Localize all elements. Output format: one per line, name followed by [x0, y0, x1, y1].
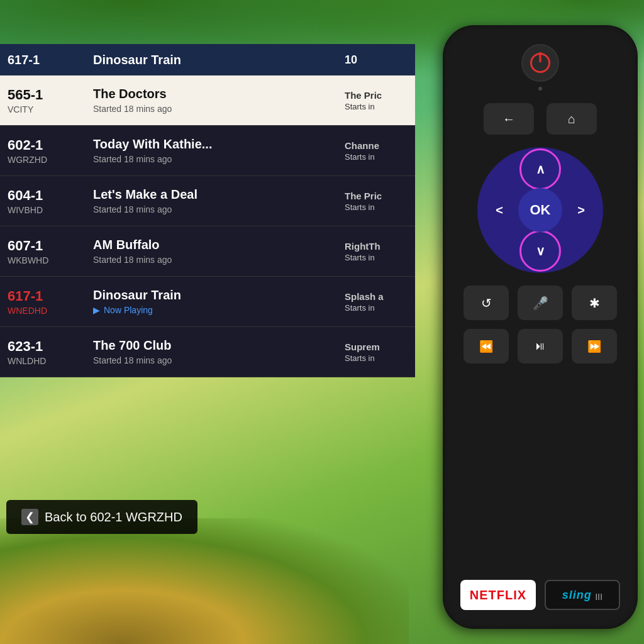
mic-button[interactable]: 🎤 [518, 286, 563, 320]
star-button[interactable]: ✱ [572, 286, 617, 320]
dpad-left-icon: < [496, 203, 503, 218]
fastforward-icon: ⏩ [587, 340, 601, 353]
show-main-617: Dinosaur Train ▶ Now Playing [88, 277, 340, 326]
channel-num-602: 602-1 [8, 137, 80, 153]
dpad-left-button[interactable]: < [480, 191, 518, 229]
next-sub-617: Starts in [345, 303, 410, 313]
background-bottom [0, 518, 409, 644]
home-button[interactable]: ⌂ [547, 103, 597, 135]
channel-name-623: WNLDHD [8, 356, 80, 366]
rewind-button[interactable]: ⏪ [464, 329, 509, 364]
power-icon [530, 53, 550, 73]
netflix-button[interactable]: NETFLIX [460, 580, 536, 610]
star-icon: ✱ [589, 296, 600, 311]
show-title-607: AM Buffalo [93, 238, 335, 252]
dpad-right-icon: > [577, 203, 585, 218]
show-sub-617: ▶ Now Playing [93, 305, 335, 315]
show-next-565: The Pric Starts in [340, 75, 415, 125]
guide-header: 617-1 Dinosaur Train 10 [0, 44, 415, 75]
next-title-565: The Pric [345, 90, 410, 101]
playpause-button[interactable]: ⏯ [518, 329, 563, 364]
back-nav-icon: ← [502, 112, 515, 126]
guide-row-604[interactable]: 604-1 WIVBHD Let's Make a Deal Started 1… [0, 176, 415, 226]
show-title-565: The Doctors [93, 87, 335, 101]
show-next-604: The Pric Starts in [340, 176, 415, 226]
channel-num-617: 617-1 [8, 288, 80, 304]
channel-565: 565-1 VCITY [0, 75, 88, 125]
guide-row-623[interactable]: 623-1 WNLDHD The 700 Club Started 18 min… [0, 327, 415, 377]
nav-row: ← ⌂ [484, 103, 597, 135]
show-title-604: Let's Make a Deal [93, 187, 335, 202]
dpad-up-button[interactable]: ∧ [521, 150, 559, 188]
home-icon: ⌂ [568, 112, 575, 126]
channel-name-607: WKBWHD [8, 255, 80, 265]
sling-label: sling ||| [562, 589, 602, 602]
power-button[interactable] [521, 44, 559, 82]
mic-icon: 🎤 [533, 296, 548, 311]
fastforward-button[interactable]: ⏩ [572, 329, 617, 364]
guide-row-602[interactable]: 602-1 WGRZHD Today With Kathie... Starte… [0, 126, 415, 176]
show-sub-604: Started 18 mins ago [93, 204, 335, 214]
dpad-down-icon: ∨ [536, 243, 545, 258]
show-title-617: Dinosaur Train [93, 288, 335, 303]
show-main-565: The Doctors Started 18 mins ago [88, 75, 340, 125]
guide-header-title: Dinosaur Train [88, 53, 340, 67]
show-main-604: Let's Make a Deal Started 18 mins ago [88, 176, 340, 226]
next-title-602: Channe [345, 140, 410, 151]
channel-607: 607-1 WKBWHD [0, 226, 88, 276]
channel-name-604: WIVBHD [8, 205, 80, 215]
back-nav-button[interactable]: ← [484, 103, 534, 135]
next-sub-602: Starts in [345, 152, 410, 162]
rewind-icon: ⏪ [479, 340, 493, 353]
channel-num-565: 565-1 [8, 87, 80, 103]
back-button-label: Back to 602-1 WGRZHD [45, 510, 182, 525]
channel-num-604: 604-1 [8, 187, 80, 204]
channel-name-565: VCITY [8, 104, 80, 114]
show-next-623: Suprem Starts in [340, 327, 415, 377]
guide-row-617[interactable]: 617-1 WNEDHD Dinosaur Train ▶ Now Playin… [0, 277, 415, 327]
show-next-607: RightTh Starts in [340, 226, 415, 276]
playpause-icon: ⏯ [535, 340, 546, 353]
channel-name-602: WGRZHD [8, 155, 80, 165]
show-main-623: The 700 Club Started 18 mins ago [88, 327, 340, 377]
channel-num-607: 607-1 [8, 238, 80, 254]
show-title-602: Today With Kathie... [93, 137, 335, 152]
next-sub-604: Starts in [345, 203, 410, 212]
dpad-ok-label: OK [530, 202, 551, 218]
back-button[interactable]: ❮ Back to 602-1 WGRZHD [6, 500, 197, 534]
show-sub-607: Started 18 mins ago [93, 255, 335, 265]
channel-name-617: WNEDHD [8, 306, 80, 316]
guide-header-channel: 617-1 [0, 53, 88, 67]
channel-num-623: 623-1 [8, 338, 80, 355]
dpad-right-button[interactable]: > [562, 191, 600, 229]
dpad-up-icon: ∧ [536, 162, 545, 177]
next-sub-607: Starts in [345, 253, 410, 262]
dpad-down-button[interactable]: ∨ [521, 232, 559, 270]
guide-row-565[interactable]: 565-1 VCITY The Doctors Started 18 mins … [0, 75, 415, 126]
replay-button[interactable]: ↺ [464, 286, 509, 320]
media-controls-row: ⏪ ⏯ ⏩ [464, 329, 617, 364]
show-next-617: Splash a Starts in [340, 277, 415, 326]
show-next-602: Channe Starts in [340, 126, 415, 175]
roku-remote: ← ⌂ ∧ ∨ < > OK ↺ 🎤 ✱ [443, 25, 638, 629]
play-icon-617: ▶ [93, 305, 100, 315]
channel-602: 602-1 WGRZHD [0, 126, 88, 175]
show-main-607: AM Buffalo Started 18 mins ago [88, 226, 340, 276]
next-title-607: RightTh [345, 241, 410, 252]
channel-623: 623-1 WNLDHD [0, 327, 88, 377]
guide-row-607[interactable]: 607-1 WKBWHD AM Buffalo Started 18 mins … [0, 226, 415, 277]
show-title-623: The 700 Club [93, 338, 335, 353]
back-arrow-icon: ❮ [21, 509, 38, 525]
next-sub-623: Starts in [345, 353, 410, 363]
netflix-label: NETFLIX [470, 588, 526, 602]
next-sub-565: Starts in [345, 102, 410, 111]
show-sub-565: Started 18 mins ago [93, 104, 335, 114]
channel-604: 604-1 WIVBHD [0, 176, 88, 226]
next-title-604: The Pric [345, 191, 410, 201]
remote-indicator-dot [538, 87, 542, 91]
show-main-602: Today With Kathie... Started 18 mins ago [88, 126, 340, 175]
sling-button[interactable]: sling ||| [545, 580, 620, 610]
channel-617: 617-1 WNEDHD [0, 277, 88, 326]
dpad-ok-button[interactable]: OK [518, 188, 562, 232]
dpad: ∧ ∨ < > OK [477, 147, 603, 273]
